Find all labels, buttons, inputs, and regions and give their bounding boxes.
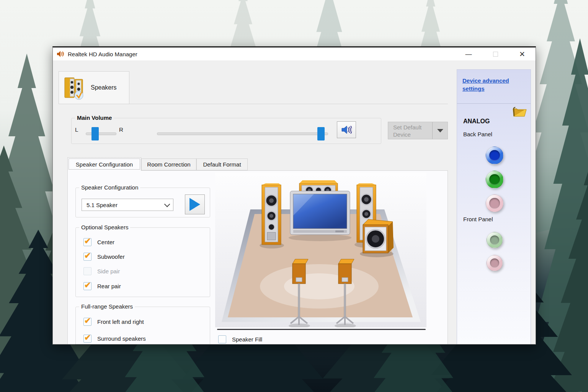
back-panel-blue-line-in-jack[interactable] (486, 147, 503, 164)
optional-speakers-group: Optional Speakers Center Subwoofer Side … (75, 227, 210, 297)
device-tab-speakers[interactable]: Speakers (59, 71, 129, 104)
checkbox-speaker-fill[interactable] (218, 335, 226, 343)
play-test-button[interactable] (185, 194, 205, 214)
checkbox-center[interactable] (83, 238, 91, 246)
maximize-button[interactable] (482, 47, 509, 61)
front-panel-label: Front Panel (463, 216, 493, 222)
checkbox-row-center: Center (83, 238, 114, 247)
checkbox-side-pair (83, 267, 91, 275)
checkbox-label: Rear pair (97, 283, 121, 289)
back-panel-green-line-out-jack[interactable] (486, 171, 503, 188)
dropdown-arrow-icon (437, 129, 443, 132)
checkbox-label: Center (97, 239, 114, 245)
balance-right-label: R (119, 126, 123, 133)
full-range-label: Full-range Speakers (79, 303, 135, 310)
optional-speakers-label: Optional Speakers (79, 224, 130, 230)
window-title: Realtek HD Audio Manager (68, 51, 137, 57)
tab-room-correction[interactable]: Room Correction (141, 158, 196, 170)
analog-heading: ANALOG (463, 118, 490, 125)
checkbox-label: Surround speakers (97, 335, 146, 342)
maximize-icon (493, 52, 498, 57)
side-panel-divider (457, 103, 531, 104)
balance-slider-handle[interactable] (91, 127, 99, 140)
checkbox-row-subwoofer: Subwoofer (83, 252, 125, 261)
volume-slider-handle[interactable] (317, 127, 325, 140)
speaker-config-group: Speaker Configuration 5.1 Speaker (75, 188, 210, 217)
checkbox-row-surround: Surround speakers (83, 334, 146, 343)
speaker-layout-svg (215, 173, 426, 327)
device-tab-label: Speakers (91, 84, 117, 91)
set-default-dropdown[interactable] (432, 122, 448, 139)
folder-icon[interactable] (512, 106, 527, 117)
balance-slider[interactable] (86, 132, 116, 135)
speaker-volume-icon (341, 125, 352, 134)
checkbox-subwoofer[interactable] (83, 253, 91, 261)
mute-button[interactable] (337, 121, 356, 138)
checkbox-front-left-right[interactable] (83, 318, 91, 326)
device-advanced-settings-link[interactable]: Device advanced settings (462, 77, 524, 93)
device-tab-underline (59, 104, 448, 104)
minimize-button[interactable]: — (455, 47, 482, 61)
chevron-down-icon (164, 201, 170, 207)
checkbox-row-speaker-fill: Speaker Fill (218, 335, 262, 344)
jack-hole (489, 150, 500, 160)
back-panel-pink-mic-jack[interactable] (486, 194, 503, 212)
balance-left-label: L (75, 126, 78, 133)
tab-default-format[interactable]: Default Format (196, 158, 248, 170)
checkbox-label: Front left and right (97, 318, 144, 325)
checkbox-label: Subwoofer (97, 253, 125, 260)
checkbox-label: Side pair (97, 268, 120, 274)
speaker-fill-label: Speaker Fill (232, 336, 262, 343)
realtek-hd-audio-manager-window: Realtek HD Audio Manager — ✕ Speakers Ma… (52, 46, 536, 345)
full-range-speakers-group: Full-range Speakers Front left and right… (75, 307, 210, 345)
jack-hole (490, 258, 500, 268)
front-panel-green-headphone-jack[interactable] (487, 232, 503, 248)
jack-hole (489, 174, 500, 185)
speaker-configuration-panel: Speaker Configuration 5.1 Speaker Option… (67, 170, 448, 345)
play-icon (189, 198, 200, 211)
checkbox-row-front-lr: Front left and right (83, 317, 144, 326)
connector-side-panel: Device advanced settings ANALOG Back Pan… (457, 69, 531, 345)
main-volume-group: Main Volume L R (71, 118, 381, 144)
speakers-icon (64, 75, 86, 100)
room-divider (217, 329, 426, 330)
checkbox-rear-pair[interactable] (83, 282, 91, 290)
checkbox-row-rear-pair: Rear pair (83, 282, 121, 291)
checkbox-surround-speakers[interactable] (83, 335, 91, 343)
checkbox-row-side-pair: Side pair (83, 267, 120, 276)
set-default-device-label: Set Default Device (388, 122, 432, 139)
set-default-device-button[interactable]: Set Default Device (388, 122, 448, 139)
main-volume-label: Main Volume (75, 114, 114, 121)
jack-hole (490, 235, 500, 245)
close-button[interactable]: ✕ (509, 47, 536, 61)
front-panel-pink-mic-jack[interactable] (487, 255, 503, 271)
speaker-layout-illustration[interactable] (215, 173, 426, 327)
window-titlebar[interactable]: Realtek HD Audio Manager — ✕ (53, 47, 536, 61)
tab-speaker-configuration[interactable]: Speaker Configuration (67, 157, 141, 171)
dropdown-value: 5.1 Speaker (87, 202, 118, 208)
speaker-config-group-label: Speaker Configuration (79, 184, 140, 191)
speaker-config-dropdown[interactable]: 5.1 Speaker (82, 199, 173, 211)
app-speaker-icon (57, 51, 64, 57)
jack-hole (489, 198, 500, 208)
volume-slider[interactable] (157, 132, 328, 135)
back-panel-label: Back Panel (463, 131, 492, 137)
